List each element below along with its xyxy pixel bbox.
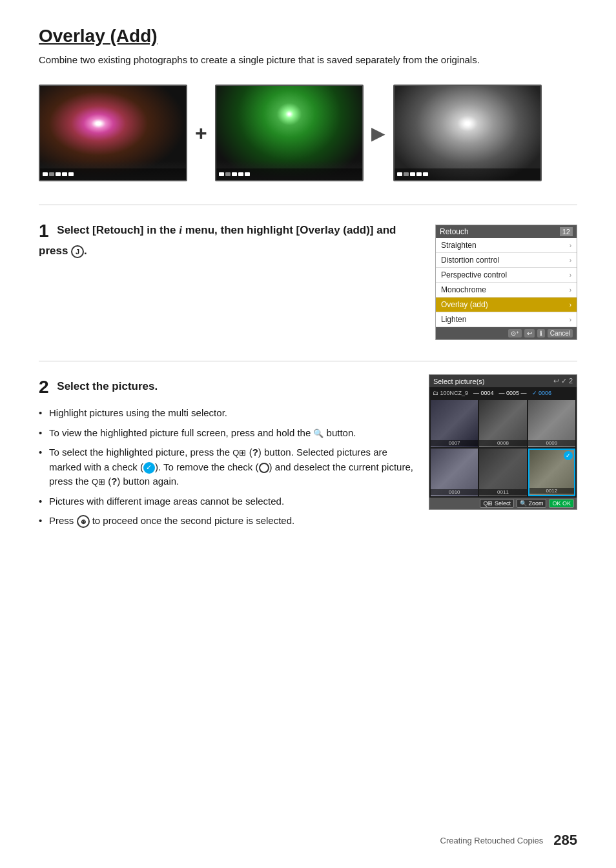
photo-1 bbox=[39, 85, 187, 181]
film-folder: 🗂 100NCZ_9 bbox=[431, 389, 470, 398]
menu-item-label: Distortion control bbox=[441, 256, 499, 265]
menu-item-lighten: Lighten › bbox=[436, 312, 577, 327]
menu-title: Retouch bbox=[440, 227, 469, 236]
footer-btn-zoom: ⊙⁺ bbox=[508, 329, 522, 338]
page-number: 285 bbox=[553, 832, 577, 849]
thumb-label: 0007 bbox=[431, 440, 478, 446]
menu-item-monochrome: Monochrome › bbox=[436, 283, 577, 298]
step-2-content: 2 Select the pictures. Highlight picture… bbox=[39, 374, 413, 534]
step-2-number: 2 bbox=[39, 377, 49, 397]
check-icon: ✓ bbox=[143, 462, 155, 474]
select-header: Select picture(s) ↩ ✓ 2 bbox=[429, 375, 577, 387]
thumb-0011: 0011 bbox=[479, 449, 526, 496]
chevron-right-icon: › bbox=[570, 257, 571, 264]
menu-item-straighten: Straighten › bbox=[436, 238, 577, 253]
chevron-right-icon: › bbox=[570, 242, 571, 249]
film-0005: — 0005 — bbox=[497, 389, 529, 398]
bullet-5: Press ⊛ to proceed once the second pictu… bbox=[39, 514, 413, 529]
retouch-menu-screenshot: Retouch 12 Straighten › Distortion contr… bbox=[435, 225, 577, 340]
thumb-label: 0012 bbox=[529, 488, 574, 494]
step-1-title: 1 Select [Retouch] in the i menu, then h… bbox=[39, 218, 420, 259]
footer-section-label: Creating Retouched Copies bbox=[440, 836, 544, 845]
thumb-label: 0008 bbox=[479, 440, 526, 446]
page-footer: Creating Retouched Copies 285 bbox=[440, 832, 577, 849]
thumb-label: 0010 bbox=[431, 489, 478, 495]
bullet-4: Pictures with different image areas cann… bbox=[39, 494, 413, 509]
magnify-icon: 🔍 bbox=[313, 427, 323, 440]
bullet-3: To select the highlighted picture, press… bbox=[39, 445, 413, 489]
menu-footer: ⊙⁺ ↩ ℹ Cancel bbox=[436, 327, 577, 339]
step-1-title-text: Select [Retouch] in the i menu, then hig… bbox=[39, 224, 396, 257]
page-content: Overlay (Add) Combine two existing photo… bbox=[0, 0, 616, 593]
step-2-title: 2 Select the pictures. bbox=[39, 374, 413, 399]
step-1-content: 1 Select [Retouch] in the i menu, then h… bbox=[39, 218, 420, 265]
menu-item-distortion: Distortion control › bbox=[436, 253, 577, 268]
menu-item-label: Perspective control bbox=[441, 270, 507, 279]
chevron-right-icon: › bbox=[570, 272, 571, 279]
toolbar-ok-btn: OK OK bbox=[549, 499, 574, 508]
select-title: Select picture(s) bbox=[433, 378, 484, 385]
film-0004: — 0004 bbox=[471, 389, 496, 398]
footer-btn-cancel: Cancel bbox=[548, 329, 573, 338]
page-subtitle: Combine two existing photographs to crea… bbox=[39, 53, 577, 66]
menu-item-label: Monochrome bbox=[441, 285, 486, 294]
toolbar-zoom-btn: 🔍 Zoom bbox=[517, 499, 547, 508]
step-1-number: 1 bbox=[39, 221, 49, 241]
plus-icon: + bbox=[192, 121, 210, 145]
photo-result bbox=[393, 85, 542, 181]
photo-2 bbox=[215, 85, 364, 181]
filmstrip: 🗂 100NCZ_9 — 0004 — 0005 — ✓ 0006 bbox=[429, 387, 577, 399]
thumb-0007: 0007 bbox=[431, 400, 478, 447]
arrow-icon: ▶ bbox=[369, 123, 388, 144]
step-2-section: 2 Select the pictures. Highlight picture… bbox=[39, 374, 577, 534]
thumb-label: 0009 bbox=[528, 440, 575, 446]
footer-btn-back: ↩ bbox=[524, 329, 535, 338]
thumb-0009: 0009 bbox=[528, 400, 575, 447]
q-button-inline-2: Q⊞ bbox=[92, 476, 105, 489]
select-toolbar: Q⊞ Select 🔍 Zoom OK OK bbox=[429, 498, 577, 509]
q-button-inline: Q⊞ bbox=[232, 447, 246, 459]
j-button-icon: J bbox=[71, 245, 84, 258]
step-2-title-text: Select the pictures. bbox=[57, 380, 158, 392]
menu-item-label: Overlay (add) bbox=[441, 300, 488, 309]
toolbar-select-btn: Q⊞ Select bbox=[480, 499, 514, 508]
thumb-0010: 0010 bbox=[431, 449, 478, 496]
step-2-bullets: Highlight pictures using the multi selec… bbox=[39, 406, 413, 529]
menu-item-label: Lighten bbox=[441, 315, 466, 324]
step-1-section: 1 Select [Retouch] in the i menu, then h… bbox=[39, 218, 577, 340]
thumb-0008: 0008 bbox=[479, 400, 526, 447]
page-title: Overlay (Add) bbox=[39, 26, 577, 46]
thumb-label: 0011 bbox=[479, 489, 526, 495]
section-divider-2 bbox=[39, 361, 577, 361]
menu-item-perspective: Perspective control › bbox=[436, 268, 577, 283]
film-0006: ✓ 0006 bbox=[530, 389, 554, 398]
chevron-right-icon: › bbox=[570, 301, 571, 308]
section-divider-1 bbox=[39, 205, 577, 205]
i-menu-icon: i bbox=[179, 224, 182, 236]
chevron-right-icon: › bbox=[570, 316, 571, 323]
photo-strip-illustration: + ▶ bbox=[39, 85, 577, 181]
empty-circle-icon bbox=[259, 463, 269, 473]
menu-header: Retouch 12 bbox=[436, 225, 577, 238]
select-check-count: ↩ ✓ 2 bbox=[553, 377, 573, 385]
menu-page-num: 12 bbox=[560, 227, 573, 236]
thumb-checkmark: ✓ bbox=[564, 451, 573, 460]
ok-circle-icon: ⊛ bbox=[77, 515, 90, 528]
footer-btn-info: ℹ bbox=[537, 329, 545, 338]
thumbnail-grid: 0007 0008 0009 0010 0011 ✓ 0012 bbox=[429, 399, 577, 498]
select-pictures-screenshot: Select picture(s) ↩ ✓ 2 🗂 100NCZ_9 — 000… bbox=[429, 374, 577, 510]
menu-item-overlay: Overlay (add) › bbox=[436, 298, 577, 312]
chevron-right-icon: › bbox=[570, 287, 571, 294]
bullet-2: To view the highlighted picture full scr… bbox=[39, 426, 413, 441]
thumb-0012: ✓ 0012 bbox=[528, 449, 575, 496]
menu-item-label: Straighten bbox=[441, 241, 477, 250]
bullet-1: Highlight pictures using the multi selec… bbox=[39, 406, 413, 421]
